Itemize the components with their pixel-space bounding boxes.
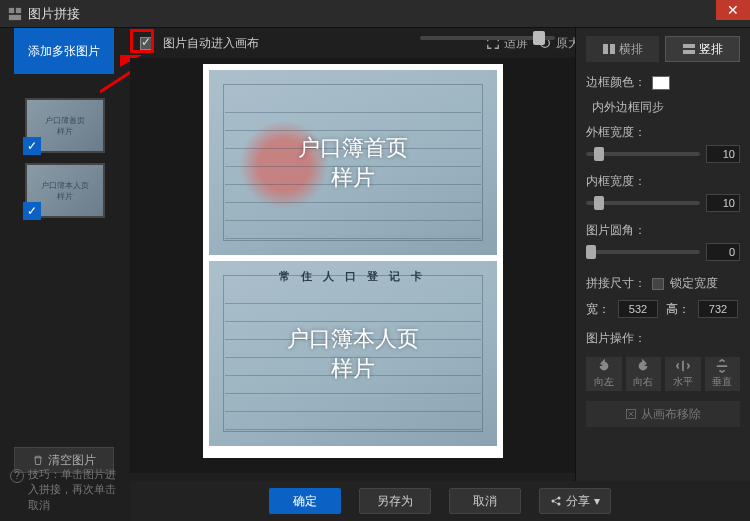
border-color-label: 边框颜色：: [586, 74, 646, 91]
zoom-slider[interactable]: [420, 36, 555, 40]
radius-slider[interactable]: [586, 250, 700, 254]
height-input[interactable]: [698, 300, 738, 318]
outer-width-input[interactable]: [706, 145, 740, 163]
canvas-image-1[interactable]: 户口簿首页 样片: [209, 70, 497, 255]
rotate-right-button[interactable]: 向右: [626, 357, 662, 391]
window-title: 图片拼接: [28, 5, 80, 23]
svg-rect-2: [9, 14, 21, 19]
ok-button[interactable]: 确定: [269, 488, 341, 514]
tab-vertical[interactable]: 竖排: [665, 36, 740, 62]
radius-label: 图片圆角：: [586, 222, 740, 239]
canvas[interactable]: 户口簿首页 样片 常 住 人 口 登 记 卡 户口簿本人页 样片: [130, 58, 575, 473]
check-icon: ✓: [23, 137, 41, 155]
outer-width-label: 外框宽度：: [586, 124, 740, 141]
horizontal-icon: [603, 44, 615, 54]
outer-width-slider[interactable]: [586, 152, 700, 156]
vertical-icon: [683, 44, 695, 54]
svg-rect-1: [16, 7, 21, 12]
flip-horizontal-button[interactable]: 水平: [665, 357, 701, 391]
width-input[interactable]: [618, 300, 658, 318]
ops-label: 图片操作：: [586, 330, 740, 347]
tab-horizontal[interactable]: 横排: [586, 36, 659, 62]
thumbnail-1[interactable]: 户口簿首页 样片 ✓: [25, 98, 105, 153]
auto-canvas-checkbox[interactable]: [140, 37, 153, 50]
radius-input[interactable]: [706, 243, 740, 261]
lock-width-checkbox[interactable]: [652, 278, 664, 290]
inner-width-slider[interactable]: [586, 201, 700, 205]
help-icon: ?: [10, 469, 24, 483]
svg-point-8: [558, 503, 561, 506]
close-button[interactable]: ✕: [716, 0, 750, 20]
svg-point-7: [558, 497, 561, 500]
add-images-button[interactable]: 添加多张图片: [14, 28, 114, 74]
rotate-left-button[interactable]: 向左: [586, 357, 622, 391]
cancel-button[interactable]: 取消: [449, 488, 521, 514]
inner-width-input[interactable]: [706, 194, 740, 212]
auto-canvas-label: 图片自动进入画布: [163, 35, 259, 52]
remove-from-canvas-button[interactable]: 从画布移除: [586, 401, 740, 427]
inner-width-label: 内框宽度：: [586, 173, 740, 190]
canvas-image-2[interactable]: 常 住 人 口 登 记 卡 户口簿本人页 样片: [209, 261, 497, 446]
share-button[interactable]: 分享 ▾: [539, 488, 611, 514]
size-label: 拼接尺寸：: [586, 275, 646, 292]
chevron-down-icon: ▾: [594, 494, 600, 508]
thumbnail-2[interactable]: 户口簿本人页 样片 ✓: [25, 163, 105, 218]
save-as-button[interactable]: 另存为: [359, 488, 431, 514]
tip-text: ? 技巧：单击图片进入拼接，再次单击取消: [10, 467, 120, 513]
svg-rect-0: [9, 7, 14, 12]
border-color-swatch[interactable]: [652, 76, 670, 90]
app-icon: [8, 7, 22, 21]
check-icon: ✓: [23, 202, 41, 220]
flip-vertical-button[interactable]: 垂直: [705, 357, 741, 391]
